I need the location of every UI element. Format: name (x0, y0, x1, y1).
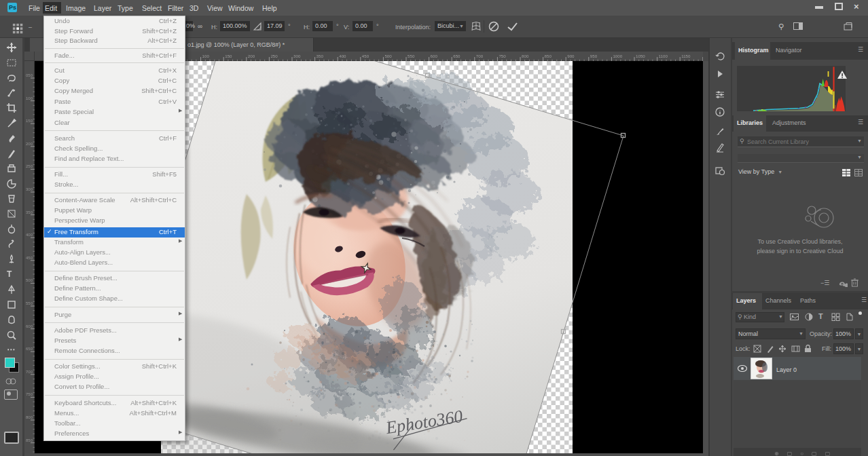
svg-text:750: 750 (499, 54, 506, 58)
svg-text:950: 950 (590, 54, 598, 58)
svg-text:300: 300 (293, 54, 301, 58)
svg-text:1050: 1050 (636, 54, 645, 58)
svg-text:650: 650 (26, 347, 33, 351)
svg-text:350: 350 (26, 210, 33, 214)
svg-text:500: 500 (384, 54, 392, 58)
svg-text:550: 550 (26, 301, 33, 305)
svg-text:450: 450 (26, 256, 33, 260)
svg-text:850: 850 (26, 438, 33, 442)
svg-text:400: 400 (26, 233, 33, 237)
svg-text:700: 700 (26, 370, 33, 374)
svg-text:1000: 1000 (613, 54, 622, 58)
svg-text:250: 250 (270, 54, 278, 58)
svg-text:250: 250 (26, 164, 33, 168)
svg-text:350: 350 (317, 54, 324, 58)
svg-text:1100: 1100 (659, 54, 668, 58)
svg-text:150: 150 (26, 119, 33, 123)
svg-text:800: 800 (26, 415, 33, 419)
svg-text:200: 200 (26, 142, 33, 146)
svg-text:750: 750 (26, 392, 33, 396)
svg-text:1150: 1150 (681, 54, 691, 58)
svg-text:100: 100 (26, 96, 33, 100)
svg-text:200: 200 (248, 54, 255, 58)
svg-text:700: 700 (476, 54, 484, 58)
svg-text:100: 100 (202, 54, 210, 58)
svg-text:300: 300 (26, 187, 33, 191)
svg-text:600: 600 (431, 54, 438, 58)
svg-text:850: 850 (545, 54, 552, 58)
svg-text:550: 550 (408, 54, 415, 58)
svg-text:800: 800 (522, 54, 529, 58)
svg-text:500: 500 (26, 278, 33, 282)
svg-text:150: 150 (225, 54, 232, 58)
svg-text:400: 400 (339, 54, 346, 58)
svg-text:450: 450 (362, 54, 369, 58)
svg-text:050: 050 (26, 73, 33, 77)
svg-text:600: 600 (26, 324, 33, 328)
svg-text:900: 900 (567, 54, 575, 58)
svg-text:650: 650 (453, 54, 460, 58)
